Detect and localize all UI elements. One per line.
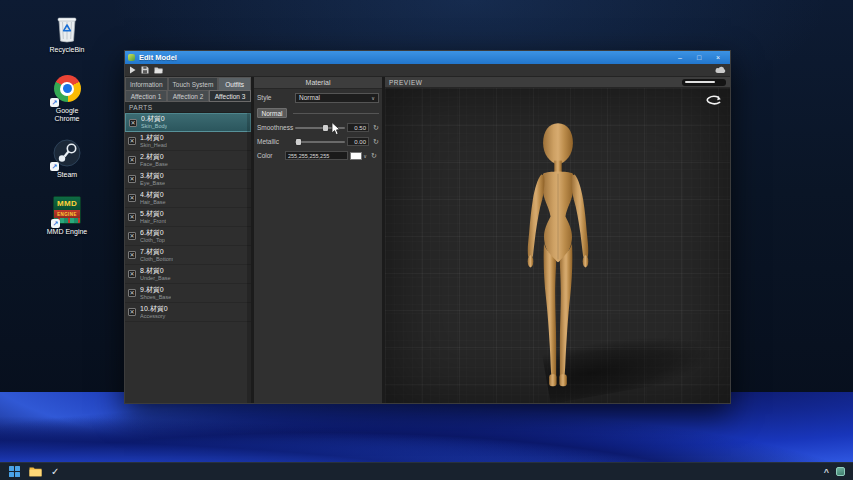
part-title: 0.材質0 <box>141 115 167 123</box>
part-checkbox[interactable]: ✕ <box>128 251 136 259</box>
parts-list: ✕ 0.材質0 Skin_Body ✕ 1.材質0 Skin_Head ✕ 2.… <box>125 113 251 403</box>
part-checkbox[interactable]: ✕ <box>129 119 137 127</box>
taskbar: ✓ ^ <box>0 462 853 480</box>
desktop-icon-mmd-engine[interactable]: MMD ENGINE ↗ MMD Engine <box>35 196 99 236</box>
style-dropdown[interactable]: Normal ∨ <box>295 93 379 103</box>
part-check-glyph: ✕ <box>129 252 134 258</box>
desktop-icon-label: RecycleBin <box>35 46 99 54</box>
part-list-item[interactable]: ✕ 1.材質0 Skin_Head <box>125 132 251 151</box>
parts-header: PARTS <box>125 102 251 113</box>
part-title: 3.材質0 <box>140 172 165 180</box>
part-list-item[interactable]: ✕ 4.材質0 Hair_Base <box>125 189 251 208</box>
desktop-icon-chrome[interactable]: ↗ Google Chrome <box>35 74 99 123</box>
part-checkbox[interactable]: ✕ <box>128 156 136 164</box>
part-subtitle: Under_Base <box>140 275 171 281</box>
part-list-item[interactable]: ✕ 5.材質0 Hair_Front <box>125 208 251 227</box>
separator-line <box>293 113 379 114</box>
tab-outfits[interactable]: Outfits <box>218 77 251 90</box>
reset-icon[interactable]: ↻ <box>371 123 381 132</box>
metallic-value[interactable]: 0.00 <box>347 137 369 146</box>
part-title: 6.材質0 <box>140 229 165 237</box>
orbit-rotate-icon[interactable] <box>705 95 722 108</box>
tray-app-icon[interactable] <box>836 467 845 476</box>
part-list-item[interactable]: ✕ 9.材質0 Shoes_Base <box>125 284 251 303</box>
color-swatch[interactable] <box>350 152 362 160</box>
part-list-item[interactable]: ✕ 6.材質0 Cloth_Top <box>125 227 251 246</box>
cloud-icon[interactable] <box>715 66 726 74</box>
part-title: 9.材質0 <box>140 286 171 294</box>
color-value-input[interactable]: 255,255,255,255 <box>285 151 348 160</box>
part-list-item[interactable]: ✕ 8.材質0 Under_Base <box>125 265 251 284</box>
part-title: 10.材質0 <box>140 305 168 313</box>
recycle-bin-icon <box>52 14 82 44</box>
part-subtitle: Skin_Body <box>141 123 167 129</box>
desktop-icon-label: Google Chrome <box>43 107 91 123</box>
preview-header: PREVIEW <box>389 79 422 86</box>
file-explorer-icon[interactable] <box>29 463 42 480</box>
part-list-item[interactable]: ✕ 2.材質0 Face_Base <box>125 151 251 170</box>
tab-affection-1[interactable]: Affection 1 <box>125 90 167 102</box>
desktop-icon-label: MMD Engine <box>35 228 99 236</box>
tray-chevron-up-icon[interactable]: ^ <box>824 467 829 477</box>
tab-affection-2[interactable]: Affection 2 <box>167 90 209 102</box>
titlebar[interactable]: Edit Model – □ × <box>125 51 730 64</box>
part-title: 7.材質0 <box>140 248 173 256</box>
main-tabs: Information Touch System Outfits <box>125 77 251 90</box>
preview-panel: PREVIEW <box>385 77 730 403</box>
preview-zoom-slider[interactable] <box>682 79 726 86</box>
save-icon[interactable] <box>141 66 149 74</box>
smoothness-slider-handle[interactable] <box>323 125 328 131</box>
part-title: 1.材質0 <box>140 134 167 142</box>
part-check-glyph: ✕ <box>129 309 134 315</box>
part-checkbox[interactable]: ✕ <box>128 194 136 202</box>
part-checkbox[interactable]: ✕ <box>128 289 136 297</box>
open-folder-icon[interactable] <box>154 66 163 74</box>
tab-touch-system[interactable]: Touch System <box>168 77 219 90</box>
mannequin-model[interactable] <box>502 114 614 390</box>
start-button[interactable] <box>9 466 20 477</box>
reset-icon[interactable]: ↻ <box>369 151 379 160</box>
tab-information[interactable]: Information <box>125 77 168 90</box>
smoothness-value[interactable]: 0.50 <box>347 123 369 132</box>
reset-icon[interactable]: ↻ <box>371 137 381 146</box>
minimize-button[interactable]: – <box>675 52 685 63</box>
part-checkbox[interactable]: ✕ <box>128 308 136 316</box>
shortcut-arrow-icon: ↗ <box>51 219 60 228</box>
material-header: Material <box>254 77 382 89</box>
desktop-icon-recycle-bin[interactable]: RecycleBin <box>35 14 99 54</box>
normal-mode-button[interactable]: Normal <box>257 108 287 118</box>
chevron-down-icon: ∨ <box>363 153 367 159</box>
part-check-glyph: ✕ <box>129 290 134 296</box>
part-list-item[interactable]: ✕ 0.材質0 Skin_Body <box>125 113 251 132</box>
mmd-icon-text-bottom: ENGINE <box>57 212 77 217</box>
part-subtitle: Hair_Base <box>140 199 166 205</box>
steam-icon: ↗ <box>52 139 82 169</box>
part-title: 4.材質0 <box>140 191 166 199</box>
tab-affection-3[interactable]: Affection 3 <box>209 90 251 102</box>
play-icon[interactable] <box>129 66 136 74</box>
part-subtitle: Cloth_Top <box>140 237 165 243</box>
mouse-cursor <box>331 122 341 140</box>
close-button[interactable]: × <box>713 52 723 63</box>
part-list-item[interactable]: ✕ 10.材質0 Accessory <box>125 303 251 322</box>
part-subtitle: Face_Base <box>140 161 168 167</box>
desktop-icon-steam[interactable]: ↗ Steam <box>35 138 99 179</box>
preview-viewport[interactable] <box>385 88 730 403</box>
part-checkbox[interactable]: ✕ <box>128 232 136 240</box>
metallic-slider-handle[interactable] <box>296 139 301 145</box>
part-subtitle: Hair_Front <box>140 218 166 224</box>
metallic-label: Metallic <box>257 138 293 145</box>
part-checkbox[interactable]: ✕ <box>128 270 136 278</box>
material-panel: Material Style Normal ∨ Normal Smoothnes… <box>254 77 382 403</box>
running-app-icon[interactable]: ✓ <box>51 466 59 478</box>
window-title: Edit Model <box>139 53 177 62</box>
part-subtitle: Skin_Head <box>140 142 167 148</box>
part-checkbox[interactable]: ✕ <box>128 175 136 183</box>
part-checkbox[interactable]: ✕ <box>128 213 136 221</box>
maximize-button[interactable]: □ <box>694 52 704 63</box>
part-title: 5.材質0 <box>140 210 166 218</box>
part-check-glyph: ✕ <box>130 120 135 126</box>
part-list-item[interactable]: ✕ 3.材質0 Eye_Base <box>125 170 251 189</box>
part-checkbox[interactable]: ✕ <box>128 137 136 145</box>
part-list-item[interactable]: ✕ 7.材質0 Cloth_Bottom <box>125 246 251 265</box>
